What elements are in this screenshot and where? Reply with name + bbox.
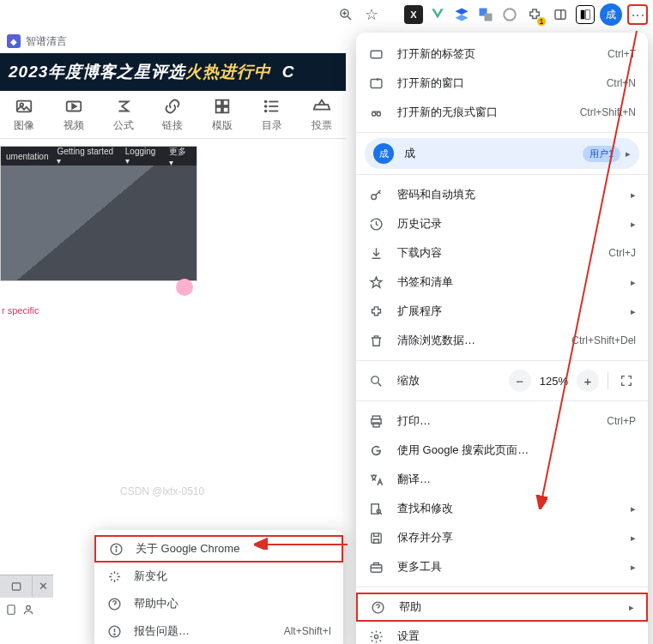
tool-formula[interactable]: 公式 [105,97,142,133]
help-submenu: 关于 Google Chrome 新变化 帮助中心 报告问题… Alt+Shif… [94,530,343,644]
menu-help[interactable]: 帮助 ▸ [356,593,648,622]
chevron-right-icon: ▸ [631,503,636,515]
content-preview: umentation Getting started ▾ Logging ▾ 更… [0,146,197,281]
zoom-in-button[interactable]: + [577,370,599,392]
save-icon [368,531,384,545]
extensions-puzzle-icon[interactable]: 1 [524,4,545,25]
trash-icon [368,334,384,348]
bookmark-star-icon[interactable]: ☆ [361,4,382,25]
toolbox-icon [368,560,384,575]
zoom-icon[interactable] [336,4,356,25]
menu-find-edit[interactable]: 查找和修改 ▸ [356,494,648,523]
editor-toolbar: 图像 视频 公式 链接 模版 目录 投票 [0,91,346,139]
svg-point-23 [265,110,267,111]
profile-avatar[interactable]: 成 [600,3,622,26]
tab-stub-icon[interactable] [0,575,33,597]
menu-print[interactable]: 打印… Ctrl+P [356,406,648,436]
extension-grey-icon[interactable] [500,5,519,24]
tool-image[interactable]: 图像 [5,97,43,133]
extension-vue-icon[interactable] [428,5,447,24]
chevron-right-icon: ▸ [629,602,634,613]
menu-new-window[interactable]: 打开新的窗口 Ctrl+N [356,69,648,98]
svg-rect-15 [223,99,228,105]
svg-rect-9 [581,10,585,20]
gear-icon [368,629,384,644]
menu-bookmarks[interactable]: 书签和清单 ▸ [356,268,648,297]
menu-settings[interactable]: 设置 [356,622,648,644]
tool-video[interactable]: 视频 [55,97,93,133]
svg-rect-37 [371,533,380,542]
chevron-right-icon: ▸ [631,306,636,317]
download-icon [368,246,384,261]
reader-panel-icon[interactable] [576,5,595,24]
extension-layers-icon[interactable] [452,5,471,24]
menu-history[interactable]: 历史记录 ▸ [356,209,648,238]
profile-tag: 用户1 [583,146,620,162]
chevron-right-icon: ▸ [631,219,636,230]
svg-line-30 [378,382,381,386]
menu-save-share[interactable]: 保存并分享 ▸ [356,523,648,552]
banner-text-hot: 火热进行中 [185,61,271,83]
svg-line-1 [348,16,351,20]
svg-point-28 [371,194,376,199]
promo-banner[interactable]: 2023年度博客之星评选火热进行中 C [0,53,346,91]
menu-google-search[interactable]: 使用 Google 搜索此页面… [356,436,648,465]
browser-toolbar: ☆ X 1 成 ⋮ [0,0,653,29]
profile-avatar-small: 成 [373,143,394,164]
zoom-value: 125% [540,375,568,388]
tool-toc[interactable]: 目录 [253,97,291,133]
pink-badge [176,279,193,296]
svg-rect-17 [223,106,228,111]
svg-point-43 [115,546,116,547]
person-icon [22,604,34,616]
tab-close[interactable]: ✕ [33,575,53,597]
print-icon [368,414,384,429]
menu-profile-row[interactable]: 成 成 用户1 ▸ [365,138,639,169]
report-icon [106,624,122,639]
svg-line-36 [380,513,382,515]
menu-new-tab[interactable]: 打开新的标签页 Ctrl+T [356,39,648,69]
svg-rect-24 [371,51,382,58]
tab-stub: ✕ [0,575,53,597]
tool-link[interactable]: 链接 [154,97,191,133]
menu-clear-data[interactable]: 清除浏览数据… Ctrl+Shift+Del [356,326,648,355]
star-outline-icon [368,275,384,290]
zoom-out-button[interactable]: − [509,370,531,392]
menu-passwords[interactable]: 密码和自动填充 ▸ [356,180,648,209]
svg-point-50 [27,605,31,610]
side-panel-icon[interactable] [550,4,571,25]
menu-extensions[interactable]: 扩展程序 ▸ [356,297,648,326]
kebab-menu-icon[interactable]: ⋮ [627,4,648,25]
chevron-right-icon: ▸ [631,562,636,573]
svg-rect-5 [485,14,493,21]
tab-icon [368,47,384,62]
translate-icon [368,472,384,487]
url-stub [0,597,53,621]
extension-x-icon[interactable]: X [404,5,423,24]
chrome-main-menu: 打开新的标签页 Ctrl+T 打开新的窗口 Ctrl+N 打开新的无痕式窗口 C… [356,33,648,644]
find-icon [368,502,384,516]
submenu-help-center[interactable]: 帮助中心 [94,590,343,617]
chevron-right-icon: ▸ [631,190,636,201]
preview-nav: umentation Getting started ▾ Logging ▾ 更… [1,147,197,166]
history-icon [368,217,384,232]
extension-translate-icon[interactable] [476,5,495,24]
tool-vote[interactable]: 投票 [303,97,341,133]
tool-template[interactable]: 模版 [203,97,241,133]
svg-rect-49 [8,605,15,614]
menu-translate[interactable]: 翻译… [356,465,648,494]
submenu-about-chrome[interactable]: 关于 Google Chrome [94,535,343,563]
menu-downloads[interactable]: 下载内容 Ctrl+J [356,238,648,268]
menu-more-tools[interactable]: 更多工具 ▸ [356,552,648,581]
bookmark-link[interactable]: 智谱清言 [26,34,67,49]
submenu-whats-new[interactable]: 新变化 [94,563,343,590]
page-icon [5,604,17,616]
sparkle-icon [106,569,122,584]
svg-rect-16 [216,106,221,111]
svg-point-22 [265,105,267,107]
fullscreen-button[interactable] [617,371,636,390]
submenu-report-issue[interactable]: 报告问题… Alt+Shift+I [94,617,343,644]
svg-rect-48 [12,582,20,589]
watermark: CSDN @lxtx-0510 [120,485,204,497]
menu-new-incognito[interactable]: 打开新的无痕式窗口 Ctrl+Shift+N [356,98,648,127]
